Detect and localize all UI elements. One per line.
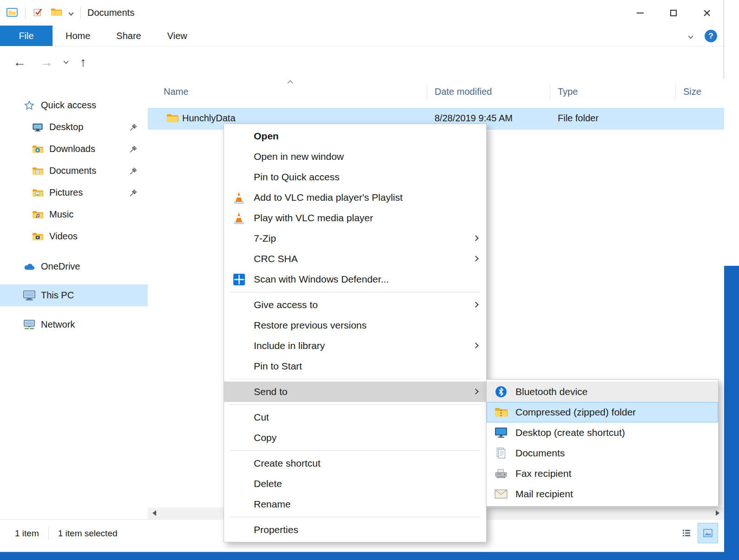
- submenu-arrow-icon: [473, 256, 479, 262]
- minimize-button[interactable]: [623, 0, 657, 26]
- menu-separator: [230, 404, 480, 405]
- submenu-arrow-icon: [473, 235, 479, 241]
- menu-item-cut[interactable]: Cut: [224, 407, 486, 428]
- menu-item-scan-with-defender[interactable]: Scan with Windows Defender...: [224, 269, 486, 290]
- submenu-item-fax-recipient[interactable]: Fax recipient: [487, 463, 718, 484]
- menu-item-open[interactable]: Open: [224, 126, 486, 146]
- menu-item-label: Add to VLC media player's Playlist: [254, 192, 402, 203]
- tab-file[interactable]: File: [0, 26, 53, 46]
- tab-home[interactable]: Home: [53, 26, 103, 46]
- vlc-cone-icon: [232, 191, 246, 204]
- menu-item-label: Include in library: [254, 340, 325, 351]
- mail-envelope-icon: [494, 487, 508, 501]
- maximize-icon: [670, 10, 677, 16]
- submenu-item-bluetooth-device[interactable]: Bluetooth device: [487, 382, 718, 402]
- sidebar-item-pictures[interactable]: Pictures: [0, 182, 148, 204]
- column-header-date-modified[interactable]: Date modified: [435, 86, 492, 97]
- menu-item-delete[interactable]: Delete: [224, 474, 486, 494]
- sidebar-item-quick-access[interactable]: Quick access: [0, 94, 148, 116]
- menu-item-pin-to-quick-access[interactable]: Pin to Quick access: [224, 167, 486, 187]
- column-divider[interactable]: [427, 85, 427, 100]
- customize-toolbar-chevron-icon[interactable]: [68, 10, 73, 15]
- bluetooth-icon: [494, 385, 508, 399]
- scroll-left-arrow-icon[interactable]: [152, 510, 156, 516]
- pin-icon: [129, 145, 138, 153]
- large-icons-view-button[interactable]: [698, 523, 718, 543]
- menu-item-label: Give access to: [254, 299, 318, 310]
- column-header-type[interactable]: Type: [558, 86, 578, 97]
- sidebar-item-label: Music: [49, 209, 73, 220]
- pin-icon: [129, 123, 138, 132]
- submenu-item-documents[interactable]: Documents: [487, 443, 718, 463]
- back-button[interactable]: ←: [13, 53, 26, 71]
- menu-separator: [230, 517, 480, 517]
- tab-share[interactable]: Share: [103, 26, 154, 46]
- recent-locations-chevron-icon[interactable]: [63, 59, 68, 64]
- large-icons-view-icon: [703, 528, 713, 538]
- up-button[interactable]: ↑: [80, 53, 86, 71]
- column-header-name[interactable]: Name: [164, 86, 188, 97]
- column-divider[interactable]: [550, 85, 550, 100]
- submenu-arrow-icon: [473, 302, 479, 308]
- menu-item-open-in-new-window[interactable]: Open in new window: [224, 146, 486, 167]
- menu-item-create-shortcut[interactable]: Create shortcut: [224, 453, 486, 474]
- menu-item-label: Send to: [254, 386, 287, 397]
- properties-check-icon[interactable]: [33, 7, 43, 19]
- menu-item-label: Play with VLC media player: [254, 212, 373, 224]
- menu-item-copy[interactable]: Copy: [224, 428, 486, 448]
- sidebar-item-downloads[interactable]: Downloads: [0, 138, 148, 160]
- network-icon: [23, 320, 35, 330]
- menu-item-label: Delete: [254, 478, 282, 489]
- menu-item-properties[interactable]: Properties: [224, 520, 486, 540]
- details-view-button[interactable]: [677, 523, 696, 543]
- submenu-item-mail-recipient[interactable]: Mail recipient: [487, 484, 718, 504]
- status-divider: [48, 527, 49, 540]
- sidebar-item-label: Network: [41, 319, 75, 330]
- view-toggle-buttons: [677, 523, 718, 543]
- tab-label: Share: [116, 31, 141, 41]
- menu-item-give-access-to[interactable]: Give access to: [224, 295, 486, 315]
- new-folder-icon[interactable]: [51, 7, 62, 19]
- help-button[interactable]: ?: [705, 30, 717, 42]
- close-icon: ×: [703, 6, 711, 20]
- menu-item-rename[interactable]: Rename: [224, 494, 486, 514]
- menu-item-pin-to-start[interactable]: Pin to Start: [224, 356, 486, 376]
- menu-item-vlc-play[interactable]: Play with VLC media player: [224, 208, 486, 228]
- maximize-button[interactable]: [657, 0, 690, 26]
- menu-item-vlc-add-to-playlist[interactable]: Add to VLC media player's Playlist: [224, 187, 486, 208]
- menu-item-crc-sha[interactable]: CRC SHA: [224, 249, 486, 269]
- submenu-arrow-icon: [473, 389, 479, 395]
- submenu-item-desktop-create-shortcut[interactable]: Desktop (create shortcut): [487, 422, 718, 443]
- menu-item-label: Properties: [254, 524, 298, 535]
- sidebar-item-desktop[interactable]: Desktop: [0, 116, 148, 138]
- sidebar-item-music[interactable]: Music: [0, 204, 148, 225]
- quick-access-star-icon: [23, 100, 35, 111]
- menu-item-7zip[interactable]: 7-Zip: [224, 228, 486, 249]
- tab-label: View: [167, 31, 187, 41]
- tab-view[interactable]: View: [154, 26, 200, 46]
- scroll-right-arrow-icon[interactable]: [716, 510, 719, 516]
- sidebar-item-this-pc[interactable]: This PC: [0, 284, 148, 306]
- pin-icon: [129, 167, 138, 175]
- sidebar-item-videos[interactable]: Videos: [0, 225, 148, 247]
- sidebar-item-network[interactable]: Network: [0, 314, 148, 336]
- sidebar-item-label: This PC: [41, 290, 74, 301]
- column-header-size[interactable]: Size: [683, 86, 701, 97]
- menu-separator: [230, 450, 480, 451]
- column-headers: Name Date modified Type Size: [148, 79, 724, 106]
- close-button[interactable]: ×: [690, 0, 724, 26]
- submenu-item-label: Mail recipient: [515, 488, 573, 500]
- menu-item-include-in-library[interactable]: Include in library: [224, 336, 486, 356]
- forward-button[interactable]: →: [40, 53, 53, 71]
- submenu-item-compressed-zipped-folder[interactable]: Compressed (zipped) folder: [487, 402, 718, 422]
- sidebar-item-onedrive[interactable]: OneDrive: [0, 256, 148, 277]
- sort-ascending-icon: [287, 80, 293, 86]
- sidebar-item-documents[interactable]: Documents: [0, 160, 148, 182]
- downloads-icon: [32, 145, 44, 154]
- submenu-item-label: Compressed (zipped) folder: [515, 407, 636, 418]
- menu-item-restore-previous-versions[interactable]: Restore previous versions: [224, 315, 486, 336]
- expand-ribbon-chevron-icon[interactable]: [688, 33, 693, 39]
- menu-item-send-to[interactable]: Send to: [224, 382, 486, 402]
- background-window-edge: [724, 0, 739, 266]
- column-divider[interactable]: [675, 85, 676, 100]
